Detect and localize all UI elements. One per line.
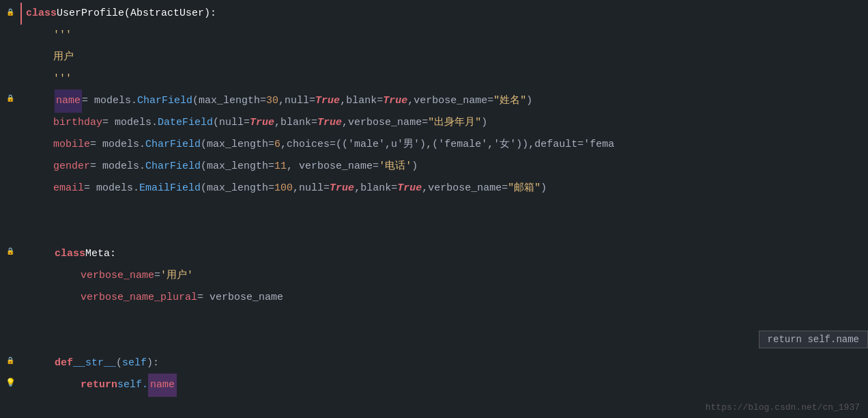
true-3: True — [250, 112, 274, 134]
gutter-line-8 — [0, 153, 20, 175]
zh-user: '用户' — [160, 265, 193, 287]
zh-email: "邮箱" — [508, 178, 540, 199]
field-params-3b: ,choices=(('male',u'男'),('female','女')),… — [280, 134, 614, 156]
num-6: 6 — [274, 134, 280, 156]
true-5: True — [330, 178, 354, 199]
charfield-2: CharField — [145, 134, 201, 156]
code-line-1: class UserProfile(AbstractUser): — [20, 3, 868, 25]
num-11: 11 — [274, 156, 287, 178]
field-params-5b: ,null= — [293, 178, 330, 199]
lock-icon-5: 🔒 — [6, 94, 14, 102]
field-name-birthday: birthday — [53, 112, 102, 134]
field-params-3: (max_length= — [201, 134, 274, 156]
field-params-1d: ,verbose_name= — [407, 90, 493, 112]
field-assign-2: = models. — [102, 112, 158, 134]
keyword-def: def — [55, 352, 73, 374]
keyword-return: return — [81, 374, 117, 396]
field-params-1: (max_length= — [192, 90, 266, 112]
gutter-line-2 — [0, 22, 20, 44]
gutter-line-18: 💡 — [0, 372, 20, 393]
name-return: name — [150, 379, 175, 391]
field-params-4: (max_length= — [201, 156, 274, 178]
docstring-close: ''' — [53, 68, 72, 90]
field-close-2: ) — [481, 112, 487, 134]
code-line-15 — [20, 309, 868, 331]
tooltip-text: return self.name — [768, 334, 859, 345]
docstring-open: ''' — [53, 25, 72, 46]
field-params-1b: ,null= — [278, 90, 315, 112]
gutter-line-10 — [0, 197, 20, 219]
field-params-2: (null= — [213, 112, 250, 134]
code-line-16 — [20, 331, 868, 352]
name-return-highlight: name — [148, 374, 177, 397]
code-line-2: ''' — [20, 25, 868, 46]
code-lines: class UserProfile(AbstractUser): ''' 用户 … — [20, 0, 868, 418]
field-name-name: name — [56, 95, 81, 107]
gutter-line-7 — [0, 131, 20, 153]
gutter-line-16 — [0, 328, 20, 350]
meta-class: Meta: — [85, 243, 116, 265]
field-close-5: ) — [540, 178, 547, 199]
verbose-name-attr: verbose_name — [81, 265, 154, 287]
code-line-9: email = models. EmailField (max_length= … — [20, 178, 868, 199]
code-line-4: ''' — [20, 68, 868, 90]
datefield: DateField — [158, 112, 213, 134]
gutter-line-1: 🔒 — [0, 1, 20, 23]
true-6: True — [397, 178, 422, 199]
lock-icon-12: 🔒 — [6, 247, 14, 255]
code-line-5: name = models. CharField (max_length= 30… — [20, 90, 868, 112]
gutter-line-13 — [0, 262, 20, 284]
true-1: True — [315, 90, 340, 112]
field-params-5c: ,blank= — [354, 178, 397, 199]
field-assign-4: = models. — [90, 156, 145, 178]
str-paren-close: ): — [147, 352, 159, 374]
verbose-name-plural-attr: verbose_name_plural — [81, 287, 197, 309]
field-close-1: ) — [526, 90, 532, 112]
field-name-email: email — [53, 178, 84, 199]
str-paren-open: ( — [116, 352, 122, 374]
class-declaration: UserProfile(AbstractUser): — [57, 3, 216, 25]
self-return: self. — [117, 374, 148, 396]
code-editor: 🔒 🔒 🔒 🔒 💡 — [0, 0, 868, 418]
gutter-line-5: 🔒 — [0, 87, 20, 109]
gutter-line-3 — [0, 44, 20, 66]
code-line-11 — [20, 221, 868, 243]
verbose-name-plural-eq: = verbose_name — [197, 287, 283, 309]
zh-phone: '电话' — [379, 156, 411, 178]
emailfield: EmailField — [139, 178, 201, 199]
keyword-class-1: class — [26, 3, 57, 25]
tooltip: return self.name — [759, 331, 868, 348]
code-line-10 — [20, 199, 868, 221]
lock-icon-17: 🔒 — [6, 357, 14, 365]
field-params-1c: ,blank= — [340, 90, 383, 112]
field-assign-5: = models. — [84, 178, 139, 199]
true-4: True — [317, 112, 342, 134]
docstring-content: 用户 — [53, 46, 74, 68]
code-line-14: verbose_name_plural = verbose_name — [20, 287, 868, 309]
true-2: True — [383, 90, 407, 112]
name-field-highlight: name — [55, 89, 82, 113]
field-name-gender: gender — [53, 156, 90, 178]
gutter-line-9 — [0, 175, 20, 197]
charfield-3: CharField — [145, 156, 201, 178]
field-close-4: ) — [411, 156, 418, 178]
code-line-13: verbose_name = '用户' — [20, 265, 868, 287]
field-params-2c: ,verbose_name= — [342, 112, 428, 134]
field-params-5: (max_length= — [201, 178, 274, 199]
code-line-12: class Meta: — [20, 243, 868, 265]
code-line-17: def __str__ ( self ): — [20, 352, 868, 374]
gutter: 🔒 🔒 🔒 🔒 💡 — [0, 0, 20, 418]
field-assign-3: = models. — [90, 134, 145, 156]
num-30: 30 — [266, 90, 278, 112]
verbose-name-eq: = — [154, 265, 160, 287]
lock-icon: 🔒 — [6, 8, 14, 16]
field-params-5d: ,verbose_name= — [422, 178, 508, 199]
charfield-1: CharField — [137, 90, 192, 112]
gutter-line-4 — [0, 66, 20, 87]
keyword-class-meta: class — [55, 243, 85, 265]
gutter-line-14 — [0, 284, 20, 306]
code-line-18: return self. name — [20, 374, 868, 396]
self-param: self — [122, 352, 147, 374]
field-params-4b: , verbose_name= — [287, 156, 379, 178]
field-assign-1: = models. — [82, 90, 137, 112]
